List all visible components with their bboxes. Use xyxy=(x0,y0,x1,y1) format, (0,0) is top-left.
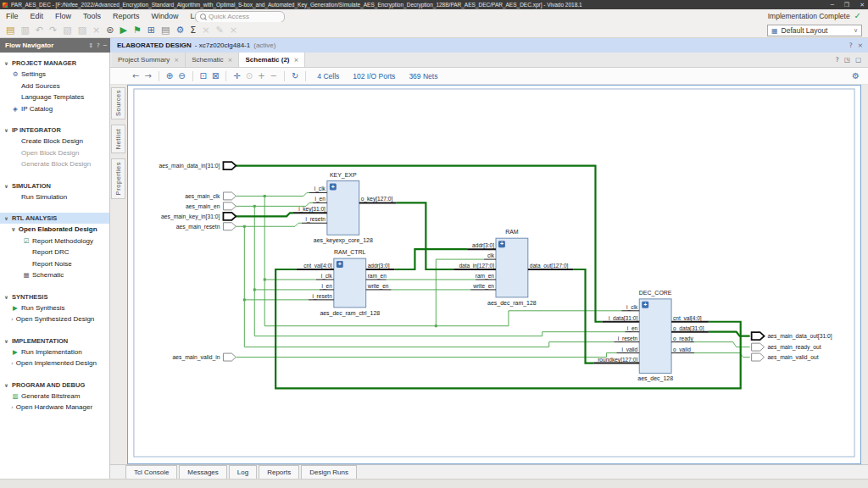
sidebar-item-ip-catalog[interactable]: ◈IP Catalog xyxy=(0,103,109,115)
bar-icon[interactable]: × xyxy=(858,42,863,49)
sidebar-item-open-hardware-manager[interactable]: ›Open Hardware Manager xyxy=(0,402,109,413)
bus-wire[interactable] xyxy=(236,166,602,322)
sidebar-item-report-methodology[interactable]: ☑Report Methodology xyxy=(0,236,109,247)
maximize-button[interactable]: ❒ xyxy=(844,2,849,8)
bottom-tab-tcl-console[interactable]: Tcl Console xyxy=(125,465,177,479)
sidebar-item-generate-bitstream[interactable]: ▥Generate Bitstream xyxy=(0,391,109,402)
sidebar-item-run-simulation[interactable]: Run Simulation xyxy=(0,191,109,203)
autofit-icon[interactable]: ⊙ xyxy=(246,71,253,80)
bottom-tab-log[interactable]: Log xyxy=(229,465,257,479)
sidebar-item-add-sources[interactable]: Add Sources xyxy=(0,80,109,92)
save-icon[interactable]: ▥ xyxy=(20,25,29,36)
nav-section-synthesis[interactable]: ∨SYNTHESIS xyxy=(0,291,109,302)
tab-corner-icons[interactable]: ?◳▢ xyxy=(836,56,861,64)
close-icon[interactable]: × xyxy=(174,57,179,64)
sidebar-item-open-synthesized-design[interactable]: ›Open Synthesized Design xyxy=(0,313,109,325)
copy-icon[interactable]: ▧ xyxy=(63,25,71,36)
close-icon[interactable]: × xyxy=(294,57,299,64)
tab-schematic2[interactable]: Schematic (2)× xyxy=(239,53,305,67)
port-aes_main_valid_in[interactable] xyxy=(223,353,236,361)
settings-gear-icon[interactable]: ⚙ xyxy=(175,25,184,36)
refresh-icon[interactable]: ↻ xyxy=(292,71,298,80)
quick-access-search[interactable]: Quick Access xyxy=(195,11,285,23)
bar-icon[interactable]: ? xyxy=(849,42,853,49)
implementation-status[interactable]: Implementation Complete ✓ xyxy=(768,11,861,20)
close-icon[interactable]: × xyxy=(228,57,233,64)
net-wire[interactable] xyxy=(236,192,309,196)
port-aes_main_data_out[31:0][interactable] xyxy=(752,332,765,340)
close-button[interactable]: ✕ xyxy=(860,2,865,8)
sidebar-item-open-elaborated-design[interactable]: ∨Open Elaborated Design xyxy=(0,224,109,236)
tab-projectsummary[interactable]: Project Summary× xyxy=(112,53,186,67)
menu-tools[interactable]: Tools xyxy=(77,12,107,20)
side-tab-netlist[interactable]: Netlist xyxy=(111,125,125,153)
undo-icon[interactable]: ↶ xyxy=(36,25,43,36)
zoom-in-icon[interactable]: ⊕ xyxy=(166,71,173,80)
net-wire[interactable] xyxy=(436,311,621,326)
bottom-tab-design-runs[interactable]: Design Runs xyxy=(301,465,357,479)
sidebar-item-settings[interactable]: ⚙Settings xyxy=(0,69,109,80)
sidebar-item-generate-block-design[interactable]: Generate Block Design xyxy=(0,158,109,170)
flow-navigator-header-icons[interactable]: ↕?─ xyxy=(88,42,107,49)
nav-section-program-and-debug[interactable]: ∨PROGRAM AND DEBUG xyxy=(0,380,109,391)
zoom-selection-icon[interactable]: ⊠ xyxy=(212,71,219,80)
nav-section-implementation[interactable]: ∨IMPLEMENTATION xyxy=(0,336,109,347)
bus-wire[interactable] xyxy=(709,332,750,336)
menu-file[interactable]: File xyxy=(0,12,25,20)
menu-window[interactable]: Window xyxy=(146,12,185,20)
tab-corner-icon[interactable]: ? xyxy=(836,56,839,64)
net-wire[interactable] xyxy=(244,342,614,347)
open-project-icon[interactable]: ▤ xyxy=(6,25,14,36)
menu-flow[interactable]: Flow xyxy=(49,12,77,20)
port-aes_main_key_in[31:0][interactable] xyxy=(223,213,236,220)
nav-section-rtl-analysis[interactable]: ∨RTL ANALYSIS xyxy=(0,213,109,224)
port-aes_main_clk[interactable] xyxy=(223,192,236,200)
run-icon[interactable]: ▶ xyxy=(120,25,127,36)
schematic-sheet[interactable]: +KEY_EXPaes_keyexp_core_128i_clki_eni_ke… xyxy=(128,86,860,463)
stat-link[interactable]: 4 Cells xyxy=(317,72,339,80)
layout-selector[interactable]: ▦ Default Layout ∨ xyxy=(767,25,862,36)
schematic-canvas[interactable]: +KEY_EXPaes_keyexp_core_128i_clki_eni_ke… xyxy=(127,85,861,464)
nav-section-simulation[interactable]: ∨SIMULATION xyxy=(0,180,109,191)
nav-section-project-manager[interactable]: ∨PROJECT MANAGER xyxy=(0,58,109,69)
zoom-out-icon[interactable]: ⊖ xyxy=(178,71,185,80)
net-wire[interactable] xyxy=(236,223,302,226)
disabled-x-icon[interactable]: × xyxy=(202,25,209,36)
stat-link[interactable]: 102 I/O Ports xyxy=(353,72,395,80)
edit-pencil-icon[interactable]: ✎ xyxy=(216,25,224,36)
nav-section-ip-integrator[interactable]: ∨IP INTEGRATOR xyxy=(0,125,109,136)
zoom-fit-icon[interactable]: ⊡ xyxy=(200,71,207,80)
tab-schematic[interactable]: Schematic× xyxy=(186,53,239,67)
forward-icon[interactable]: → xyxy=(144,71,151,80)
panel-icon[interactable]: ? xyxy=(97,42,100,49)
delete-icon[interactable]: × xyxy=(92,25,100,36)
disabled-x2-icon[interactable]: × xyxy=(230,25,237,36)
sidebar-item-run-implementation[interactable]: ▶Run Implementation xyxy=(0,347,109,358)
menu-reports[interactable]: Reports xyxy=(107,12,146,20)
redo-icon[interactable]: ↷ xyxy=(49,25,57,36)
panel-icon[interactable]: ─ xyxy=(103,42,107,49)
schematic-settings-gear-icon[interactable]: ⚙ xyxy=(852,71,860,80)
search-icon[interactable]: ⊚ xyxy=(106,25,114,36)
collapse-icon[interactable]: − xyxy=(270,71,277,80)
sidebar-item-report-noise[interactable]: Report Noise xyxy=(0,258,109,270)
port-aes_main_ready_out[interactable] xyxy=(752,343,765,351)
side-tab-properties[interactable]: Properties xyxy=(111,158,125,199)
tab-corner-icon[interactable]: ◳ xyxy=(844,56,850,64)
port-aes_main_valid_out[interactable] xyxy=(752,353,765,361)
bus-wire[interactable] xyxy=(574,269,594,363)
sidebar-item-open-implemented-design[interactable]: ›Open Implemented Design xyxy=(0,358,109,369)
stat-link[interactable]: 369 Nets xyxy=(409,72,437,80)
net-wire[interactable] xyxy=(254,332,625,336)
paste-icon[interactable]: ▨ xyxy=(78,25,86,36)
sidebar-item-schematic[interactable]: ▦Schematic xyxy=(0,269,109,281)
panel-icon[interactable]: ↕ xyxy=(88,42,93,49)
port-aes_main_en[interactable] xyxy=(223,202,236,210)
menu-edit[interactable]: Edit xyxy=(25,12,50,20)
tab-corner-icon[interactable]: ▢ xyxy=(855,56,861,64)
sidebar-item-create-block-design[interactable]: Create Block Design xyxy=(0,136,109,147)
flag-icon[interactable]: ⚑ xyxy=(133,25,142,36)
port-aes_main_data_in[31:0][interactable] xyxy=(223,162,236,169)
sidebar-item-report-drc[interactable]: Report DRC xyxy=(0,247,109,258)
schematic-window-icon[interactable]: ⊞ xyxy=(147,25,155,36)
